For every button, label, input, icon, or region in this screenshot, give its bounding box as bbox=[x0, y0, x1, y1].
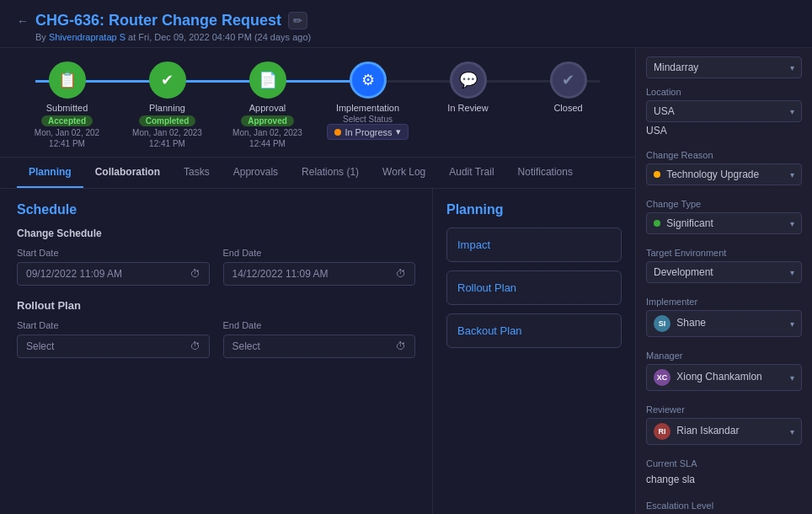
workflow-step-closed: ✔ Closed bbox=[518, 62, 618, 113]
manager-content: XC Xiong Chankamlon bbox=[654, 369, 762, 386]
tab-audittrail[interactable]: Audit Trail bbox=[437, 158, 505, 188]
step-badge-submitted: Accepted bbox=[41, 115, 93, 126]
app-container: ← CHG-636: Router Change Request ✏ By Sh… bbox=[0, 0, 812, 514]
location-chevron-icon: ▾ bbox=[790, 107, 794, 116]
planning-card-impact[interactable]: Impact bbox=[446, 228, 622, 262]
org-dropdown[interactable]: Mindarray ▾ bbox=[646, 56, 802, 78]
calendar-icon-rollout-start: ⏱ bbox=[190, 340, 200, 352]
edit-icon[interactable]: ✏ bbox=[288, 12, 307, 29]
implementer-label: Implementer bbox=[646, 297, 802, 307]
tab-notifications[interactable]: Notifications bbox=[506, 158, 585, 188]
header-subtitle: By Shivendrapratap S at Fri, Dec 09, 202… bbox=[35, 32, 795, 42]
rollout-end-input[interactable]: Select ⏱ bbox=[223, 335, 416, 358]
right-sidebar: Mindarray ▾ Location USA ▾ USA Change Re… bbox=[635, 48, 812, 514]
org-label: Mindarray bbox=[654, 62, 698, 73]
change-type-chevron-icon: ▾ bbox=[790, 219, 794, 228]
rollout-start-field: Start Date Select ⏱ bbox=[17, 320, 210, 358]
rollout-card-title: Rollout Plan bbox=[457, 281, 611, 294]
dot-green-icon bbox=[654, 220, 660, 227]
implementer-value: Shane bbox=[676, 317, 706, 329]
location-field: Location USA ▾ USA bbox=[646, 87, 802, 137]
step-label-inreview: In Review bbox=[447, 103, 488, 113]
rollout-start-input[interactable]: Select ⏱ bbox=[17, 335, 210, 358]
rollout-dates: Start Date Select ⏱ End Date Select ⏱ bbox=[17, 320, 415, 358]
calendar-icon-rollout-end: ⏱ bbox=[396, 340, 406, 352]
change-reason-dropdown[interactable]: Technology Upgrade ▾ bbox=[646, 163, 802, 185]
reviewer-content: RI Rian Iskandar bbox=[654, 423, 739, 440]
step-label-implementation: Implementation bbox=[336, 103, 399, 113]
manager-field: Manager XC Xiong Chankamlon ▾ bbox=[646, 351, 802, 391]
step-badge-approval: Approved bbox=[241, 115, 294, 126]
change-start-field: Start Date 09/12/2022 11:09 AM ⏱ bbox=[17, 248, 210, 286]
change-reason-label: Change Reason bbox=[646, 150, 802, 160]
change-reason-content: Technology Upgrade bbox=[654, 169, 759, 180]
change-start-label: Start Date bbox=[17, 248, 210, 258]
tab-approvals[interactable]: Approvals bbox=[222, 158, 290, 188]
dot-orange bbox=[334, 129, 341, 136]
manager-dropdown[interactable]: XC Xiong Chankamlon ▾ bbox=[646, 364, 802, 391]
rollout-start-label: Start Date bbox=[17, 320, 210, 330]
target-env-value: Development bbox=[654, 266, 713, 278]
workflow-step-inreview: 💬 In Review bbox=[418, 62, 518, 113]
step-circle-submitted: 📋 bbox=[49, 62, 86, 99]
implementer-field: Implementer SI Shane ▾ bbox=[646, 297, 802, 337]
workflow-step-planning: ✔ Planning Completed Mon, Jan 02, 2023 1… bbox=[117, 62, 217, 148]
implementer-dropdown[interactable]: SI Shane ▾ bbox=[646, 310, 802, 337]
reviewer-field: Reviewer RI Rian Iskandar ▾ bbox=[646, 404, 802, 445]
author-link[interactable]: Shivendrapratap S bbox=[49, 32, 126, 42]
reviewer-dropdown[interactable]: RI Rian Iskandar ▾ bbox=[646, 418, 802, 445]
reviewer-chevron-icon: ▾ bbox=[790, 427, 794, 436]
body-split: Schedule Change Schedule Start Date 09/1… bbox=[0, 189, 635, 514]
rollout-start-placeholder: Select bbox=[26, 340, 54, 352]
rollout-end-field: End Date Select ⏱ bbox=[223, 320, 416, 358]
calendar-icon-end: ⏱ bbox=[396, 268, 406, 280]
reviewer-value: Rian Iskandar bbox=[676, 425, 739, 436]
step-select-status: Select Status bbox=[343, 115, 393, 124]
planning-panel: Planning Impact Rollout Plan Backout Pla… bbox=[433, 189, 635, 514]
step-label-approval: Approval bbox=[249, 103, 286, 113]
tab-relations[interactable]: Relations (1) bbox=[290, 158, 371, 188]
tab-worklog[interactable]: Work Log bbox=[371, 158, 437, 188]
manager-value: Xiong Chankamlon bbox=[676, 371, 761, 383]
chevron-down-icon: ▾ bbox=[396, 126, 401, 137]
tab-collaboration[interactable]: Collaboration bbox=[83, 158, 172, 188]
step-circle-closed: ✔ bbox=[550, 62, 587, 99]
calendar-icon-start: ⏱ bbox=[190, 268, 200, 280]
workflow-step-approval: 📄 Approval Approved Mon, Jan 02, 2023 12… bbox=[217, 62, 318, 148]
left-panel: Schedule Change Schedule Start Date 09/1… bbox=[0, 189, 433, 514]
change-type-content: Significant bbox=[654, 217, 713, 229]
step-date-submitted: Mon, Jan 02, 202 bbox=[35, 128, 99, 137]
content-area: 📋 Submitted Accepted Mon, Jan 02, 202 12… bbox=[0, 48, 635, 514]
planning-title: Planning bbox=[446, 202, 622, 217]
step-circle-inreview: 💬 bbox=[450, 62, 487, 99]
rollout-end-label: End Date bbox=[223, 320, 416, 330]
workflow-step-submitted: 📋 Submitted Accepted Mon, Jan 02, 202 12… bbox=[17, 62, 117, 148]
planning-card-rollout[interactable]: Rollout Plan bbox=[446, 270, 622, 305]
step-label-submitted: Submitted bbox=[46, 103, 88, 113]
location-value: USA bbox=[654, 105, 675, 117]
workflow-bar: 📋 Submitted Accepted Mon, Jan 02, 202 12… bbox=[0, 48, 635, 158]
in-progress-dropdown[interactable]: In Progress ▾ bbox=[327, 124, 408, 140]
target-env-dropdown[interactable]: Development ▾ bbox=[646, 261, 802, 283]
org-chevron-icon: ▾ bbox=[790, 63, 794, 72]
tab-tasks[interactable]: Tasks bbox=[172, 158, 222, 188]
workflow-step-implementation: ⚙ Implementation Select Status In Progre… bbox=[318, 62, 418, 140]
page-title: CHG-636: Router Change Request bbox=[35, 12, 281, 29]
change-reason-value: Technology Upgrade bbox=[666, 169, 759, 180]
change-end-value: 14/12/2022 11:09 AM bbox=[232, 268, 329, 280]
tab-planning[interactable]: Planning bbox=[17, 158, 83, 188]
planning-card-backout[interactable]: Backout Plan bbox=[446, 313, 622, 348]
change-type-field: Change Type Significant ▾ bbox=[646, 199, 802, 234]
change-start-input[interactable]: 09/12/2022 11:09 AM ⏱ bbox=[17, 262, 210, 286]
location-dropdown[interactable]: USA ▾ bbox=[646, 100, 802, 122]
back-button[interactable]: ← bbox=[17, 14, 29, 28]
step-circle-implementation: ⚙ bbox=[350, 62, 387, 99]
change-type-dropdown[interactable]: Significant ▾ bbox=[646, 212, 802, 234]
main-layout: 📋 Submitted Accepted Mon, Jan 02, 202 12… bbox=[0, 48, 812, 514]
sla-label: Current SLA bbox=[646, 458, 802, 468]
rollout-plan-title: Rollout Plan bbox=[17, 299, 415, 312]
escalation-field: Escalation Level bbox=[646, 501, 802, 514]
change-end-input[interactable]: 14/12/2022 11:09 AM ⏱ bbox=[223, 262, 416, 286]
step-label-closed: Closed bbox=[553, 103, 582, 113]
implementer-content: SI Shane bbox=[654, 315, 706, 332]
